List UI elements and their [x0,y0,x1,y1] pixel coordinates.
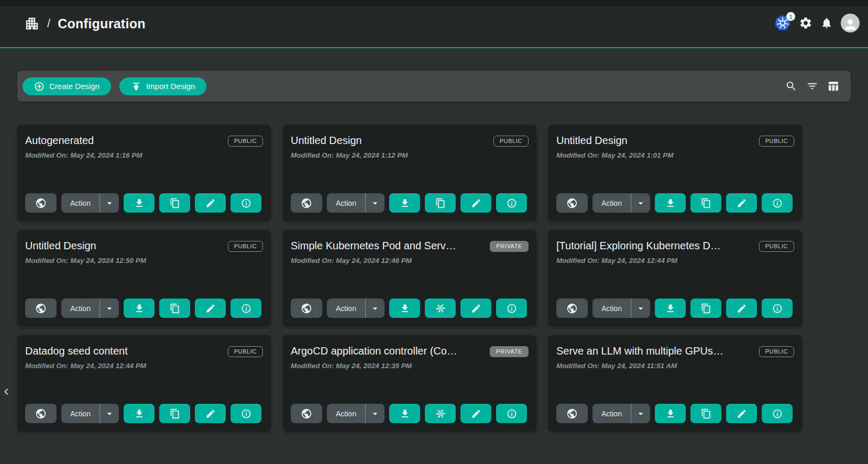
design-card[interactable]: [Tutorial] Exploring Kubernetes D… PUBLI… [548,230,802,326]
visibility-button[interactable] [25,299,57,318]
import-design-button[interactable]: Import Design [119,78,206,95]
visibility-button[interactable] [25,193,57,213]
design-card[interactable]: Untitled Design PUBLIC Modified On: May … [548,125,802,221]
design-card[interactable]: Simple Kubernetes Pod and Serv… PRIVATE … [283,230,536,326]
download-button[interactable] [124,299,155,318]
clone-button[interactable] [425,299,456,318]
clone-button[interactable] [425,404,456,423]
search-icon[interactable] [785,80,797,92]
clone-button[interactable] [690,193,721,213]
filter-icon[interactable] [806,80,818,92]
pencil-icon [737,408,747,419]
caret-down-icon[interactable] [100,197,119,209]
globe-icon [301,303,312,314]
download-button[interactable] [389,404,420,423]
info-button[interactable] [230,193,261,213]
clone-button[interactable] [425,193,456,213]
edit-button[interactable] [460,404,491,423]
kubernetes-context-button[interactable]: 1 [774,15,791,31]
visibility-badge: PUBLIC [759,136,794,147]
edit-button[interactable] [726,404,757,423]
info-button[interactable] [496,404,527,423]
edit-button[interactable] [460,193,491,213]
design-card[interactable]: ArgoCD application controller (Co… PRIVA… [283,335,536,432]
visibility-button[interactable] [556,193,588,213]
visibility-button[interactable] [291,193,322,213]
clone-button[interactable] [159,299,190,318]
copy-icon [170,303,180,314]
design-card[interactable]: Untitled Design PUBLIC Modified On: May … [283,125,536,221]
caret-down-icon[interactable] [631,197,650,209]
visibility-button[interactable] [556,299,588,318]
globe-icon [301,408,312,419]
sidebar-collapse-toggle[interactable] [0,384,13,399]
download-button[interactable] [124,193,155,213]
edit-button[interactable] [195,299,226,318]
edit-button[interactable] [195,404,226,423]
info-button[interactable] [496,299,527,318]
settings-button[interactable] [799,16,812,30]
modified-timestamp: Modified On: May 24, 2024 11:51 AM [556,362,794,370]
action-split-button[interactable]: Action [592,404,650,423]
action-split-button[interactable]: Action [61,299,119,318]
download-button[interactable] [124,404,155,423]
visibility-button[interactable] [291,404,322,423]
globe-icon [566,197,578,209]
design-title: Simple Kubernetes Pod and Serv… [291,240,456,252]
info-button[interactable] [230,299,261,318]
action-split-button[interactable]: Action [327,299,384,318]
notifications-button[interactable] [820,17,833,29]
gear-icon [799,16,812,30]
action-split-button[interactable]: Action [61,193,119,213]
caret-down-icon[interactable] [366,197,384,209]
card-header: Untitled Design PUBLIC [291,135,529,147]
design-card[interactable]: Serve an LLM with multiple GPUs… PUBLIC … [548,335,802,432]
design-card[interactable]: Untitled Design PUBLIC Modified On: May … [17,230,271,326]
action-split-button[interactable]: Action [61,404,119,423]
clone-button[interactable] [159,404,190,423]
info-button[interactable] [762,299,793,318]
create-design-label: Create Design [49,82,100,91]
info-button[interactable] [762,193,793,213]
action-button-label: Action [61,304,100,313]
action-split-button[interactable]: Action [592,193,650,213]
edit-button[interactable] [195,193,226,213]
info-button[interactable] [496,193,527,213]
caret-down-icon[interactable] [366,303,384,314]
edit-button[interactable] [726,299,757,318]
user-avatar[interactable] [841,14,860,32]
download-icon [134,198,145,208]
visibility-button[interactable] [556,404,588,423]
caret-down-icon[interactable] [631,408,650,419]
action-split-button[interactable]: Action [327,404,384,423]
download-button[interactable] [389,299,420,318]
caret-down-icon[interactable] [366,408,384,419]
download-button[interactable] [655,193,686,213]
table-view-icon[interactable] [827,80,839,92]
kanvas-icon [435,408,446,419]
clone-button[interactable] [159,193,190,213]
visibility-button[interactable] [291,299,322,318]
header-actions: 1 [774,14,860,32]
caret-down-icon[interactable] [100,303,119,314]
create-design-button[interactable]: Create Design [23,78,111,95]
design-card[interactable]: Datadog seed content PUBLIC Modified On:… [17,335,271,432]
edit-button[interactable] [726,193,757,213]
edit-button[interactable] [460,299,491,318]
action-split-button[interactable]: Action [327,193,384,213]
caret-down-icon[interactable] [631,303,650,314]
download-button[interactable] [655,404,686,423]
info-button[interactable] [762,404,793,423]
design-card[interactable]: Autogenerated PUBLIC Modified On: May 24… [17,125,271,221]
action-split-button[interactable]: Action [592,299,650,318]
download-button[interactable] [655,299,686,318]
visibility-button[interactable] [25,404,57,423]
building-icon[interactable] [24,16,40,31]
caret-down-icon[interactable] [100,408,119,419]
copy-icon [701,408,711,419]
clone-button[interactable] [690,299,721,318]
globe-icon [35,303,47,314]
clone-button[interactable] [690,404,721,423]
info-button[interactable] [230,404,261,423]
download-button[interactable] [389,193,420,213]
